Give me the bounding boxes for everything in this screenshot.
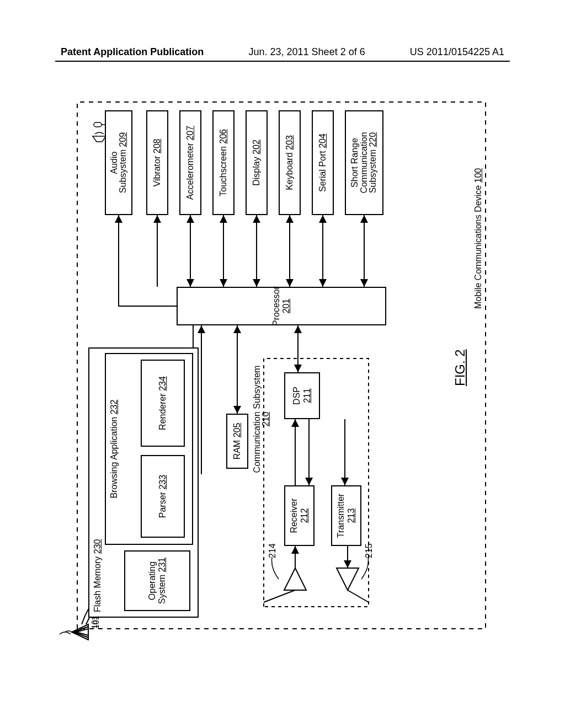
transmitter-box: Transmitter 213 — [331, 485, 361, 546]
short-range-line3: Subsystem — [368, 149, 377, 193]
serial-port-text: Serial Port — [318, 151, 327, 192]
device-boundary-text: Mobile Communications Device — [473, 185, 483, 309]
touchscreen-text: Touchscreen — [218, 146, 228, 196]
vibrator-text: Vibrator — [152, 156, 162, 187]
microphone-icon — [94, 121, 106, 128]
audio-box: Audio Subsystem 209 — [105, 110, 132, 215]
processor-text: Processor — [271, 286, 281, 326]
receiver-box: Receiver 212 — [284, 485, 315, 546]
figure-label: FIG. 2 — [452, 349, 468, 386]
audio-line2: Subsystem — [118, 149, 127, 193]
speaker-icon — [93, 132, 106, 142]
svg-marker-24 — [93, 136, 106, 142]
receiver-text: Receiver — [289, 498, 299, 533]
renderer-box: Renderer 234 — [141, 360, 185, 447]
flash-memory-ref: 230 — [93, 539, 102, 554]
audio-line1: Audio — [110, 152, 119, 174]
amp-rx-ref: 214 — [268, 543, 278, 558]
comm-subsystem-label: Communication Subsystem 210 — [253, 364, 270, 474]
display-box: Display 202 — [246, 110, 268, 215]
comm-subsystem-ref: 210 — [261, 412, 270, 427]
audio-ref: 209 — [118, 132, 127, 147]
dsp-text: DSP — [292, 387, 302, 405]
processor-ref: 201 — [281, 299, 291, 314]
browsing-app-label: Browsing Application 232 — [109, 400, 119, 499]
dsp-ref: 211 — [302, 388, 312, 403]
keyboard-box: Keyboard 203 — [279, 110, 301, 215]
figure-area: 101 — [66, 88, 499, 651]
renderer-text: Renderer — [158, 393, 167, 430]
os-line1: Operating — [147, 561, 157, 600]
serial-port-box: Serial Port 204 — [312, 110, 334, 215]
svg-line-7 — [348, 590, 369, 602]
svg-marker-4 — [284, 568, 306, 590]
keyboard-ref: 203 — [285, 135, 294, 150]
touchscreen-box: Touchscreen 206 — [212, 110, 234, 215]
header-center: Jun. 23, 2011 Sheet 2 of 6 — [249, 46, 365, 58]
device-boundary-label: Mobile Communications Device 100 — [473, 168, 483, 309]
svg-marker-5 — [337, 568, 359, 590]
renderer-ref: 234 — [158, 376, 167, 391]
parser-box: Parser 233 — [141, 455, 185, 538]
display-text: Display — [252, 157, 261, 185]
transmitter-text: Transmitter — [336, 494, 346, 538]
parser-ref: 233 — [158, 475, 167, 490]
header-rule — [55, 61, 510, 62]
diagram-root: 101 — [66, 88, 499, 651]
amp-tx-ref: 215 — [364, 543, 374, 558]
receiver-ref: 212 — [300, 508, 310, 523]
os-line2: System — [157, 575, 167, 604]
ram-box: RAM 205 — [226, 414, 248, 469]
short-range-ref: 220 — [368, 132, 377, 147]
ram-text: RAM — [232, 440, 242, 460]
short-range-box: Short Range Communication Subsystem 220 — [345, 110, 383, 215]
parser-text: Parser — [158, 492, 167, 518]
vibrator-box: Vibrator 208 — [146, 110, 168, 215]
header-right: US 2011/0154225 A1 — [410, 46, 504, 58]
touchscreen-ref: 206 — [218, 129, 228, 144]
ram-ref: 205 — [232, 423, 242, 438]
short-range-line2: Communication — [360, 132, 369, 193]
page-header: Patent Application Publication Jun. 23, … — [0, 46, 565, 58]
flash-memory-text: Flash Memory — [93, 556, 102, 612]
header-left: Patent Application Publication — [61, 46, 204, 58]
dsp-box: DSP 211 — [284, 372, 320, 419]
browsing-app-ref: 232 — [109, 400, 119, 415]
antenna-ref-label: 101 — [92, 616, 100, 629]
accelerometer-box: Accelerometer 207 — [179, 110, 201, 215]
device-boundary-ref: 100 — [473, 168, 483, 183]
serial-port-ref: 204 — [318, 133, 327, 148]
keyboard-text: Keyboard — [285, 152, 294, 190]
operating-system-box: Operating System 231 — [124, 550, 190, 611]
transmitter-ref: 213 — [347, 508, 356, 523]
comm-subsystem-text: Communication Subsystem — [252, 366, 262, 473]
accelerometer-text: Accelerometer — [185, 143, 195, 200]
page: Patent Application Publication Jun. 23, … — [0, 0, 565, 728]
display-ref: 202 — [252, 140, 261, 154]
vibrator-ref: 208 — [152, 139, 162, 154]
processor-box: Processor 201 — [177, 287, 386, 325]
svg-line-6 — [264, 590, 295, 602]
svg-rect-25 — [94, 122, 102, 127]
short-range-line1: Short Range — [350, 138, 360, 188]
flash-memory-label: Flash Memory 230 — [93, 539, 103, 612]
os-ref: 231 — [157, 558, 167, 572]
comm-subsystem-line2: 210 — [261, 412, 270, 427]
accelerometer-ref: 207 — [185, 126, 195, 141]
browsing-app-text: Browsing Application — [109, 417, 119, 499]
